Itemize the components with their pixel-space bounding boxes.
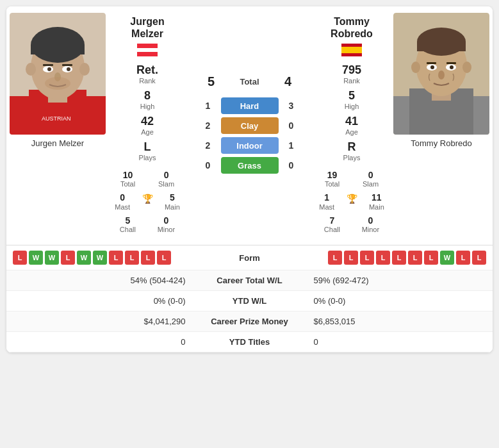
player2-photo-area: Tommy Robredo	[390, 13, 493, 238]
comparison-row: 0% (0-0) YTD W/L 0% (0-0)	[6, 291, 493, 311]
form-badge-l: L	[376, 251, 390, 265]
comp-label: Career Total W/L	[192, 276, 307, 285]
player1-stats-row3: 5 Chall 0 Minor	[109, 216, 186, 233]
svg-rect-30	[417, 42, 466, 51]
player2-high: 5 High	[345, 90, 359, 110]
player2-form-badges: LLLLLLLWLL	[288, 251, 487, 265]
form-badge-l: L	[344, 251, 358, 265]
svg-point-31	[411, 62, 420, 73]
comp-left-value: 0	[13, 337, 192, 347]
form-badge-l: L	[125, 251, 139, 265]
player1-rank: Ret. Rank	[136, 64, 158, 85]
player1-photo-area: AUSTRIAN Jurgen Melzer	[6, 13, 109, 238]
svg-rect-6	[31, 45, 85, 54]
comparison-row: 54% (504-424) Career Total W/L 59% (692-…	[6, 270, 493, 291]
player1-stats: Jurgen Melzer Ret. Rank 8 High 42 Age	[109, 13, 186, 238]
player2-name-header: Tommy Robredo	[331, 15, 373, 40]
court-badge: Clay	[221, 117, 279, 134]
comp-right-value: $6,853,015	[307, 317, 487, 326]
form-badge-l: L	[456, 251, 470, 265]
comp-left-value: 0% (0-0)	[13, 296, 192, 306]
top-section: AUSTRIAN Jurgen Melzer Jurgen Melzer Ret…	[6, 6, 493, 245]
bottom-section: LWWLWWLLLL Form LLLLLLLWLL 54% (504-424)…	[6, 245, 493, 353]
form-badge-l: L	[472, 251, 486, 265]
player1-name-label: Jurgen Melzer	[31, 138, 84, 148]
court-row: 2 Clay 0	[199, 117, 301, 134]
player1-stats-row1: 10 Total 0 Slam	[109, 170, 186, 188]
player2-name-label: Tommy Robredo	[411, 138, 471, 148]
svg-point-39	[438, 71, 445, 79]
comp-right-value: 0	[307, 337, 487, 347]
form-badge-l: L	[360, 251, 374, 265]
svg-point-36	[450, 65, 454, 69]
svg-rect-19	[137, 48, 158, 52]
court-p1-num: 2	[199, 140, 218, 151]
player2-mast: 1 Mast	[319, 193, 334, 210]
court-p1-num: 0	[199, 160, 218, 170]
court-p2-num: 0	[282, 120, 301, 131]
court-badge: Indoor	[221, 137, 279, 154]
form-badge-l: L	[157, 251, 171, 265]
svg-point-12	[67, 67, 70, 71]
player1-trophy: 🏆	[142, 193, 153, 210]
total-row: 5 Total 4	[186, 74, 313, 89]
player2-stats: Tommy Robredo 795 Rank 5 High 41 Age	[313, 13, 390, 238]
player2-total: 19 Total	[325, 170, 339, 188]
svg-text:AUSTRIAN: AUSTRIAN	[42, 115, 71, 122]
court-p2-num: 1	[282, 140, 301, 151]
player2-stats-row1: 19 Total 0 Slam	[313, 170, 390, 188]
player1-form-badges: LWWLWWLLLL	[13, 251, 211, 265]
form-label: Form	[211, 253, 288, 263]
player1-total: 10 Total	[120, 170, 135, 188]
court-row: 2 Indoor 1	[199, 137, 301, 154]
comp-label: YTD Titles	[192, 337, 307, 347]
player2-photo	[393, 13, 489, 135]
comp-label: YTD W/L	[192, 296, 307, 306]
player1-plays: L Plays	[139, 141, 156, 162]
form-badge-l: L	[141, 251, 155, 265]
svg-rect-14	[62, 64, 72, 66]
player2-age: 41 Age	[345, 115, 358, 136]
court-p2-num: 3	[282, 101, 301, 111]
player1-high: 8 High	[140, 90, 155, 110]
player1-minor: 0 Minor	[158, 216, 176, 233]
form-badge-l: L	[328, 251, 342, 265]
form-badge-l: L	[61, 251, 75, 265]
comparison-row: $4,041,290 Career Prize Money $6,853,015	[6, 311, 493, 332]
player2-slam: 0 Slam	[363, 170, 379, 188]
player2-trophy: 🏆	[347, 193, 357, 210]
court-p2-num: 0	[282, 160, 301, 170]
player2-plays: R Plays	[343, 141, 361, 162]
player2-flag	[341, 44, 362, 56]
svg-rect-38	[446, 62, 456, 64]
player1-age: 42 Age	[141, 115, 154, 136]
svg-point-16	[45, 77, 70, 90]
svg-rect-20	[137, 52, 158, 56]
form-badge-l: L	[392, 251, 406, 265]
player2-chall: 7 Chall	[324, 216, 340, 233]
player2-main: 11 Main	[369, 193, 384, 210]
comp-left-value: 54% (504-424)	[13, 276, 192, 285]
svg-rect-22	[341, 47, 362, 53]
svg-rect-13	[43, 64, 53, 66]
player2-minor: 0 Minor	[362, 216, 380, 233]
svg-point-7	[26, 63, 36, 76]
player1-chall: 5 Chall	[120, 216, 136, 233]
comparison-row: 0 YTD Titles 0	[6, 332, 493, 353]
comp-right-value: 59% (692-472)	[307, 276, 487, 285]
svg-rect-18	[137, 44, 158, 48]
svg-point-8	[79, 63, 90, 76]
svg-rect-21	[341, 44, 362, 47]
form-row: LWWLWWLLLL Form LLLLLLLWLL	[6, 245, 493, 270]
svg-point-35	[430, 65, 434, 69]
player1-slam: 0 Slam	[158, 170, 174, 188]
court-row: 0 Grass 0	[199, 157, 301, 174]
comp-left-value: $4,041,290	[13, 317, 192, 326]
player1-main: 5 Main	[165, 193, 180, 210]
court-row: 1 Hard 3	[199, 97, 301, 114]
player1-stats-row2: 0 Mast 🏆 5 Main	[109, 193, 186, 210]
court-p1-num: 1	[199, 101, 218, 111]
player1-photo: AUSTRIAN	[10, 13, 106, 135]
match-card: AUSTRIAN Jurgen Melzer Jurgen Melzer Ret…	[6, 6, 493, 353]
court-types-section: 5 Total 4 1 Hard 3 2 Clay 0 2 Indoor 1 0…	[186, 13, 313, 238]
